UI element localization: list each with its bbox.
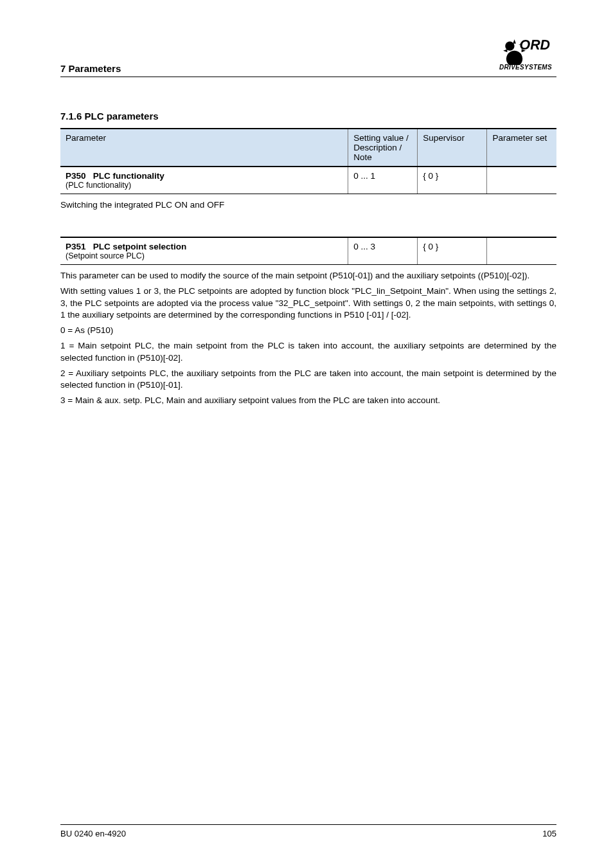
nord-gear-icon: ORD: [495, 35, 556, 65]
parameter-name-cell: P350 PLC functionality (PLC functionalit…: [60, 167, 348, 194]
setting-value-cell: 0 ... 3: [348, 237, 418, 265]
param-sublabel: (PLC functionality): [66, 181, 342, 190]
default-cell: { 0 }: [418, 237, 487, 265]
svg-text:ORD: ORD: [519, 37, 550, 53]
parameter-name-cell: P351 PLC setpoint selection (Setpoint so…: [60, 237, 348, 265]
param-sublabel: (Setpoint source PLC): [66, 251, 342, 260]
breadcrumb: 7 Parameters: [60, 63, 121, 74]
note-cell: [487, 167, 556, 194]
param-label: PLC setpoint selection: [93, 242, 187, 251]
p351-para2: With setting values 1 or 3, the PLC setp…: [60, 285, 556, 321]
col-supervisor: Supervisor: [418, 129, 487, 167]
col-parameter: Parameter: [60, 129, 348, 167]
p351-option-1: 1 = Main setpoint PLC, the main setpoint…: [60, 340, 556, 363]
param-code: P351: [66, 242, 86, 251]
table-row: P351 PLC setpoint selection (Setpoint so…: [60, 237, 556, 265]
setting-value-cell: 0 ... 1: [348, 167, 418, 194]
brand-logo-subtext: DRIVESYSTEMS: [499, 64, 552, 71]
p351-option-3: 3 = Main & aux. setp. PLC, Main and auxi…: [60, 395, 556, 406]
param-code: P350: [66, 171, 86, 181]
page-footer: BU 0240 en-4920 105: [60, 824, 556, 838]
section-heading: 7.1.6 PLC parameters: [60, 111, 556, 122]
brand-logo: ORD DRIVESYSTEMS: [495, 35, 556, 74]
col-setting: Setting value / Description / Note: [348, 129, 418, 167]
parameter-table-p351: P351 PLC setpoint selection (Setpoint so…: [60, 237, 556, 265]
table-header-row: Parameter Setting value / Description / …: [60, 129, 556, 167]
p351-para1: This parameter can be used to modify the…: [60, 270, 556, 282]
parameter-table-p350: Parameter Setting value / Description / …: [60, 128, 556, 194]
p351-option-0: 0 = As (P510): [60, 325, 556, 336]
col-paramset: Parameter set: [487, 129, 556, 167]
default-cell: { 0 }: [418, 167, 487, 194]
table-row: P350 PLC functionality (PLC functionalit…: [60, 167, 556, 194]
p351-option-2: 2 = Auxiliary setpoints PLC, the auxilia…: [60, 368, 556, 391]
note-cell: [487, 237, 556, 265]
param-label: PLC functionality: [93, 171, 164, 181]
p350-description: Switching the integrated PLC ON and OFF: [60, 199, 556, 211]
footer-page-number: 105: [542, 829, 556, 838]
footer-doc-id: BU 0240 en-4920: [60, 829, 126, 838]
